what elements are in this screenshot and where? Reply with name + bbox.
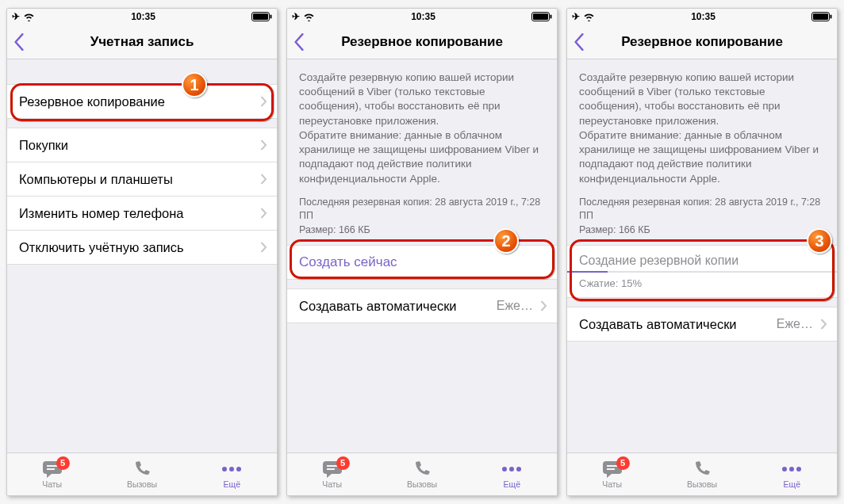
calls-icon: [131, 460, 153, 479]
nav-bar: Резервное копирование: [567, 25, 837, 59]
svg-point-15: [516, 467, 521, 472]
status-bar: ✈ 10:35: [7, 9, 277, 25]
chats-badge: 5: [616, 456, 630, 470]
chevron-right-icon: [261, 140, 267, 151]
nav-bar: Резервное копирование: [287, 25, 557, 59]
tab-bar: 5 Чаты Вызовы Ещё: [7, 452, 277, 495]
svg-point-7: [236, 467, 241, 472]
last-backup-text: Последняя резервная копия: 28 августа 20…: [579, 196, 825, 223]
page-title: Учетная запись: [7, 34, 277, 50]
status-bar: ✈ 10:35: [287, 9, 557, 25]
airplane-icon: ✈: [12, 11, 20, 22]
back-button[interactable]: [293, 33, 305, 51]
step-badge-1: 1: [182, 72, 207, 97]
more-icon: [781, 465, 803, 473]
step-badge-2: 2: [493, 228, 519, 254]
tab-chats[interactable]: 5 Чаты: [287, 453, 377, 495]
tab-calls[interactable]: Вызовы: [97, 453, 186, 495]
status-time: 10:35: [595, 11, 811, 22]
svg-rect-9: [533, 13, 548, 20]
back-button[interactable]: [13, 33, 25, 51]
tab-label: Чаты: [42, 479, 62, 489]
svg-rect-12: [327, 468, 335, 470]
row-deactivate[interactable]: Отключить учётную запись: [7, 230, 277, 265]
svg-rect-1: [253, 13, 268, 20]
back-button[interactable]: [574, 33, 585, 51]
status-bar: ✈ 10:35: [567, 9, 837, 25]
svg-rect-17: [813, 13, 828, 20]
chevron-right-icon: [261, 208, 267, 219]
tab-label: Чаты: [322, 479, 342, 489]
tab-calls[interactable]: Вызовы: [377, 453, 466, 495]
create-now-button[interactable]: Создать сейчас: [287, 245, 557, 280]
row-label: Резервное копирование: [19, 94, 165, 109]
row-auto-backup[interactable]: Создавать автоматически Еже…: [287, 288, 557, 323]
page-title: Резервное копирование: [567, 34, 837, 50]
tab-chats[interactable]: 5 Чаты: [567, 453, 657, 495]
progress-title: Создание резервной копии: [579, 254, 738, 267]
chats-badge: 5: [56, 456, 70, 470]
svg-point-22: [789, 467, 794, 472]
tab-bar: 5 Чаты Вызовы Ещё: [567, 452, 837, 495]
progress-row: Создание резервной копии: [567, 245, 837, 273]
status-time: 10:35: [315, 11, 531, 22]
battery-icon: [531, 12, 552, 21]
compress-label: Сжатие: 15%: [579, 277, 642, 289]
page-title: Резервное копирование: [287, 34, 557, 50]
tab-chats[interactable]: 5 Чаты: [7, 453, 97, 495]
screen-backup-progress: ✈ 10:35 Резервное копирование Создайте р…: [566, 8, 838, 496]
chevron-right-icon: [261, 242, 267, 253]
info-text: Создайте резервную копию вашей истории с…: [287, 59, 557, 191]
tab-more[interactable]: Ещё: [187, 453, 277, 495]
row-value: Еже…: [777, 317, 813, 331]
wifi-icon: [303, 13, 315, 21]
tab-label: Ещё: [784, 479, 800, 489]
row-label: Отключить учётную запись: [19, 240, 184, 255]
row-label: Покупки: [19, 138, 68, 153]
svg-point-14: [509, 467, 514, 472]
last-backup-text: Последняя резервная копия: 28 августа 20…: [299, 196, 545, 223]
chevron-right-icon: [541, 301, 547, 311]
svg-point-6: [229, 467, 234, 472]
more-icon: [501, 465, 523, 473]
row-computers[interactable]: Компьютеры и планшеты: [7, 162, 277, 197]
progress-track: [567, 271, 837, 273]
screen-account: ✈ 10:35 Учетная запись Резервное копиров…: [6, 8, 278, 496]
nav-bar: Учетная запись: [7, 25, 277, 59]
svg-point-21: [782, 467, 787, 472]
svg-point-5: [222, 467, 227, 472]
tab-bar: 5 Чаты Вызовы Ещё: [287, 452, 557, 495]
row-backup[interactable]: Резервное копирование: [7, 84, 277, 119]
row-change-number[interactable]: Изменить номер телефона: [7, 196, 277, 231]
tab-calls[interactable]: Вызовы: [657, 453, 746, 495]
calls-icon: [411, 460, 433, 479]
info-text: Создайте резервную копию вашей истории с…: [567, 59, 837, 191]
row-label: Компьютеры и планшеты: [19, 172, 173, 187]
wifi-icon: [583, 13, 595, 21]
calls-icon: [691, 460, 713, 479]
content: Резервное копирование Покупки Компьютеры…: [7, 59, 277, 452]
tab-more[interactable]: Ещё: [747, 453, 837, 495]
row-label: Создавать автоматически: [579, 317, 737, 332]
svg-point-23: [796, 467, 801, 472]
battery-icon: [811, 12, 832, 21]
tab-label: Чаты: [602, 479, 622, 489]
chats-badge: 5: [336, 456, 350, 470]
content: Создайте резервную копию вашей истории с…: [287, 59, 557, 452]
screen-backup: ✈ 10:35 Резервное копирование Создайте р…: [286, 8, 558, 496]
progress-fill: [567, 271, 608, 273]
more-icon: [221, 465, 243, 473]
wifi-icon: [23, 13, 35, 21]
tab-label: Вызовы: [687, 479, 717, 489]
svg-rect-2: [270, 15, 272, 19]
chevron-right-icon: [261, 174, 267, 185]
airplane-icon: ✈: [292, 11, 300, 22]
status-time: 10:35: [35, 11, 251, 22]
tab-more[interactable]: Ещё: [467, 453, 557, 495]
row-auto-backup[interactable]: Создавать автоматически Еже…: [567, 307, 837, 342]
step-badge-3: 3: [807, 228, 832, 254]
svg-rect-10: [551, 15, 552, 19]
content: Создайте резервную копию вашей истории с…: [567, 59, 837, 452]
row-purchases[interactable]: Покупки: [7, 128, 277, 162]
row-label: Изменить номер телефона: [19, 206, 183, 221]
